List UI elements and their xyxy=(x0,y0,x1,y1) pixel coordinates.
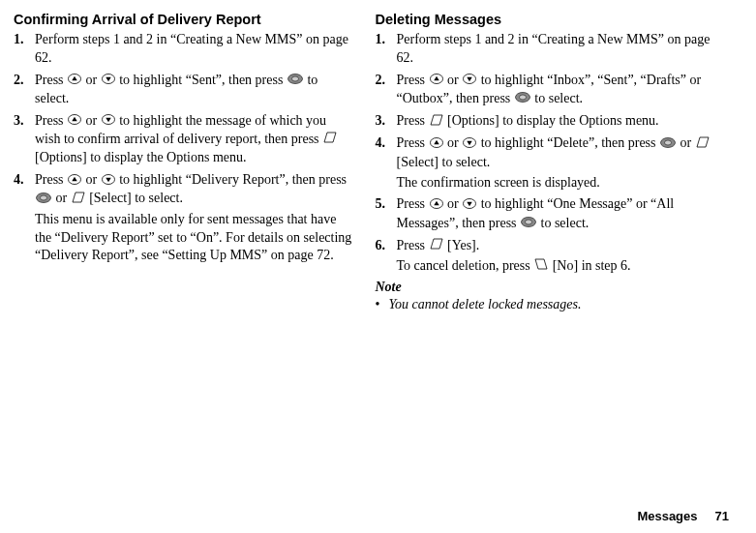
right-steps: 1. Perform steps 1 and 2 in “Creating a … xyxy=(376,31,730,276)
step-body: Press [Options] to display the Options m… xyxy=(397,112,730,131)
note-label: Note xyxy=(376,280,402,295)
note-item: • You cannot delete locked messages. xyxy=(376,297,730,312)
svg-point-13 xyxy=(519,95,526,100)
right-step-4: 4. Press or to highlight “Delete”, then … xyxy=(376,134,730,192)
step-body: Press or to highlight “One Message” or “… xyxy=(397,195,730,232)
bullet-icon: • xyxy=(376,297,389,312)
left-step-3: 3. Press or to highlight the message of … xyxy=(14,112,354,167)
step-number: 1. xyxy=(376,31,397,68)
text: [Options] to display the Options menu. xyxy=(444,113,659,128)
up-arrow-icon xyxy=(68,112,81,131)
step-body: Perform steps 1 and 2 in “Creating a New… xyxy=(397,31,730,68)
note-heading: Note xyxy=(376,280,730,295)
step-number: 4. xyxy=(14,171,35,265)
text: [Options] to display the Options menu. xyxy=(35,150,247,164)
text: Press xyxy=(397,113,429,128)
text: or xyxy=(82,113,101,128)
note-text: You cannot delete locked messages. xyxy=(389,297,730,312)
step-number: 5. xyxy=(376,195,397,232)
text: Press xyxy=(397,238,429,252)
step-body: Press or to highlight “Delivery Report”,… xyxy=(35,171,354,265)
softkey-icon xyxy=(72,191,85,209)
text: [No] in step 6. xyxy=(549,258,630,273)
step-body: Perform steps 1 and 2 in “Creating a New… xyxy=(35,31,354,68)
text: or xyxy=(444,196,463,211)
down-arrow-icon xyxy=(102,112,115,131)
up-arrow-icon xyxy=(430,135,443,154)
step-body: Press or to highlight “Inbox”, “Sent”, “… xyxy=(397,72,730,108)
right-step-1: 1. Perform steps 1 and 2 in “Creating a … xyxy=(376,31,730,68)
text: or xyxy=(82,172,101,187)
right-column: Deleting Messages 1. Perform steps 1 and… xyxy=(372,12,730,523)
text: or xyxy=(444,73,463,87)
center-key-icon xyxy=(515,90,530,108)
softkey-icon xyxy=(323,131,337,149)
page-footer: Messages71 xyxy=(637,509,729,523)
softkey-icon xyxy=(430,237,443,255)
step-number: 1. xyxy=(14,31,35,68)
up-arrow-icon xyxy=(430,196,443,215)
step-body: Press or to highlight the message of whi… xyxy=(35,112,354,167)
text: to highlight “Delete”, then press xyxy=(477,135,659,150)
text: To cancel deletion, press xyxy=(397,258,534,273)
text: [Select] to select. xyxy=(86,191,183,205)
left-step-4: 4. Press or to highlight “Delivery Repor… xyxy=(14,171,354,265)
text: Press xyxy=(35,73,67,87)
right-step-2: 2. Press or to highlight “Inbox”, “Sent”… xyxy=(376,72,730,108)
right-step-6: 6. Press [Yes]. To cancel deletion, pres… xyxy=(376,237,730,276)
softkey-right-icon xyxy=(534,257,548,276)
text: to select. xyxy=(531,91,583,105)
softkey-icon xyxy=(430,113,443,132)
right-step-5: 5. Press or to highlight “One Message” o… xyxy=(376,195,730,232)
text: [Select] to select. xyxy=(397,155,491,169)
center-key-icon xyxy=(287,72,303,90)
text: Press xyxy=(397,196,429,211)
left-steps: 1. Perform steps 1 and 2 in “Creating a … xyxy=(14,31,354,265)
center-key-icon xyxy=(36,191,51,209)
text: Perform steps 1 and 2 in “Creating a New… xyxy=(397,32,711,65)
step-extra: This menu is available only for sent mes… xyxy=(35,211,354,266)
svg-point-9 xyxy=(41,195,47,200)
down-arrow-icon xyxy=(463,135,476,154)
right-step-3: 3. Press [Options] to display the Option… xyxy=(376,112,730,131)
svg-point-3 xyxy=(291,76,298,81)
step-extra: The confirmation screen is displayed. xyxy=(397,174,730,192)
center-key-icon xyxy=(521,215,536,233)
svg-point-17 xyxy=(665,140,672,145)
page: Confirming Arrival of Delivery Report 1.… xyxy=(0,0,756,533)
left-column: Confirming Arrival of Delivery Report 1.… xyxy=(14,12,372,523)
text: Perform steps 1 and 2 in “Creating a New… xyxy=(35,32,348,65)
text: to select. xyxy=(537,216,589,230)
left-title: Confirming Arrival of Delivery Report xyxy=(14,12,354,27)
step-body: Press [Yes]. To cancel deletion, press [… xyxy=(397,237,730,276)
step-extra: To cancel deletion, press [No] in step 6… xyxy=(397,257,730,276)
step-number: 2. xyxy=(14,72,35,108)
step-number: 3. xyxy=(14,112,35,167)
text: or xyxy=(52,191,71,205)
text: or xyxy=(677,135,695,150)
text: or xyxy=(82,73,101,87)
up-arrow-icon xyxy=(68,72,81,90)
softkey-icon xyxy=(696,135,710,154)
down-arrow-icon xyxy=(463,196,476,215)
left-step-2: 2. Press or to highlight “Sent”, then pr… xyxy=(14,72,354,108)
down-arrow-icon xyxy=(102,172,115,191)
center-key-icon xyxy=(660,135,676,154)
text: to highlight “Delivery Report”, then pre… xyxy=(116,172,347,187)
right-title: Deleting Messages xyxy=(376,12,730,27)
down-arrow-icon xyxy=(463,72,476,90)
up-arrow-icon xyxy=(68,172,81,191)
text: Press xyxy=(35,113,67,128)
text: Press xyxy=(397,135,429,150)
text: Press xyxy=(397,73,429,87)
page-number: 71 xyxy=(715,509,729,523)
step-number: 3. xyxy=(376,112,397,131)
step-body: Press or to highlight “Delete”, then pre… xyxy=(397,134,730,192)
text: [Yes]. xyxy=(444,238,480,252)
step-number: 2. xyxy=(376,72,397,108)
text: or xyxy=(444,135,463,150)
step-body: Press or to highlight “Sent”, then press… xyxy=(35,72,354,108)
text: to highlight “Sent”, then press xyxy=(116,73,287,87)
step-number: 4. xyxy=(376,134,397,192)
footer-section: Messages xyxy=(637,509,697,523)
